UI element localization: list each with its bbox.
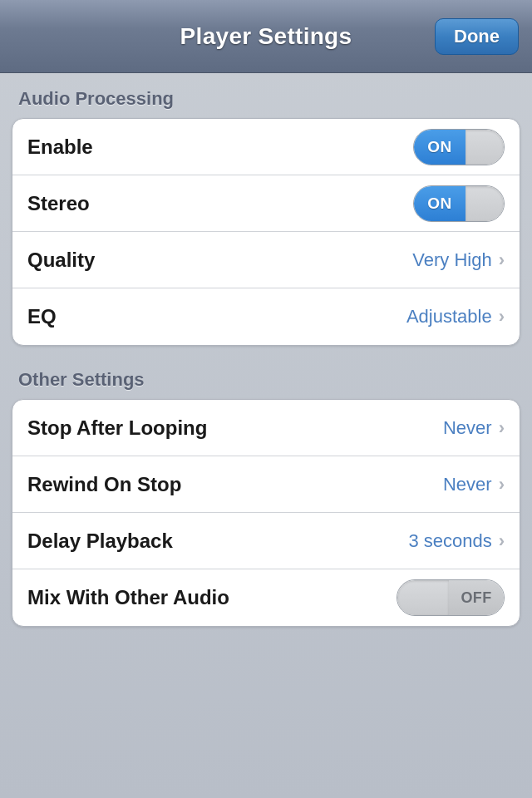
mix-toggle-blank [397, 580, 449, 615]
delay-playback-value-container: 3 seconds › [408, 530, 505, 552]
eq-value-container: Adjustable › [406, 306, 505, 328]
done-button[interactable]: Done [435, 18, 519, 55]
stereo-toggle[interactable]: ON [413, 185, 505, 222]
quality-value-container: Very High › [412, 249, 505, 271]
section-header-other: Other Settings [12, 369, 520, 391]
mix-with-other-audio-row[interactable]: Mix With Other Audio OFF [12, 569, 520, 626]
stop-after-looping-chevron-icon: › [499, 417, 505, 439]
mix-toggle[interactable]: OFF [397, 579, 505, 616]
stop-after-looping-label: Stop After Looping [27, 416, 207, 440]
eq-value: Adjustable [406, 306, 492, 328]
stop-after-looping-value: Never [443, 417, 492, 439]
delay-playback-chevron-icon: › [499, 530, 505, 552]
enable-label: Enable [27, 135, 93, 159]
delay-playback-row[interactable]: Delay Playback 3 seconds › [12, 513, 520, 569]
toggle-on-part: ON [414, 130, 466, 165]
stereo-label: Stereo [27, 192, 90, 215]
rewind-on-stop-row[interactable]: Rewind On Stop Never › [12, 456, 520, 513]
rewind-on-stop-label: Rewind On Stop [27, 473, 181, 496]
stereo-row[interactable]: Stereo ON [12, 175, 520, 232]
toggle-off-part [466, 130, 504, 165]
stop-after-looping-value-container: Never › [443, 417, 505, 439]
toggle-on-label: ON [427, 138, 452, 156]
section-header-audio: Audio Processing [12, 88, 520, 110]
audio-processing-table: Enable ON Stereo ON [12, 118, 520, 346]
quality-row[interactable]: Quality Very High › [12, 232, 520, 288]
enable-row[interactable]: Enable ON [12, 119, 520, 175]
stereo-toggle-on: ON [414, 186, 466, 221]
eq-chevron-icon: › [499, 306, 505, 328]
enable-toggle-container[interactable]: ON [413, 129, 505, 165]
delay-playback-value: 3 seconds [408, 530, 491, 552]
stop-after-looping-row[interactable]: Stop After Looping Never › [12, 400, 520, 456]
quality-label: Quality [27, 249, 95, 272]
content: Audio Processing Enable ON Stereo ON [0, 73, 532, 665]
page-title: Player Settings [180, 23, 352, 50]
stereo-toggle-off [466, 186, 504, 221]
eq-row[interactable]: EQ Adjustable › [12, 288, 520, 345]
quality-value: Very High [412, 249, 491, 271]
rewind-on-stop-value-container: Never › [443, 474, 505, 495]
other-settings-table: Stop After Looping Never › Rewind On Sto… [12, 399, 520, 627]
mix-toggle-off-part: OFF [449, 580, 504, 615]
mix-toggle-off-label: OFF [461, 589, 492, 607]
header: Player Settings Done [0, 0, 532, 73]
stereo-toggle-container[interactable]: ON [413, 185, 505, 222]
stereo-toggle-on-label: ON [427, 195, 452, 213]
rewind-on-stop-value: Never [443, 474, 492, 495]
mix-toggle-container[interactable]: OFF [397, 579, 505, 616]
enable-toggle[interactable]: ON [413, 129, 505, 165]
mix-with-other-audio-label: Mix With Other Audio [27, 586, 229, 609]
eq-label: EQ [27, 305, 57, 328]
rewind-on-stop-chevron-icon: › [499, 474, 505, 495]
quality-chevron-icon: › [499, 249, 505, 271]
delay-playback-label: Delay Playback [27, 530, 173, 553]
